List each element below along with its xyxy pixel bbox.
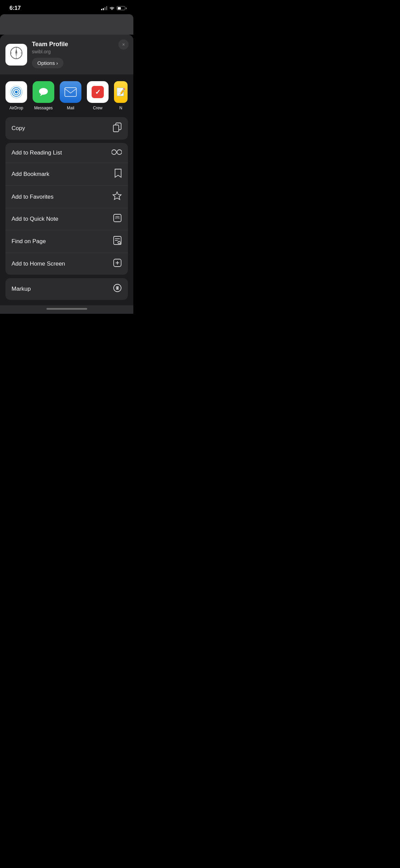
messages-label: Messages (34, 106, 53, 110)
status-icons (101, 5, 127, 11)
add-home-screen-button[interactable]: Add to Home Screen (5, 253, 128, 275)
svg-point-17 (112, 150, 116, 155)
app-item-notes[interactable]: 📝 N (114, 81, 128, 110)
signal-icon (101, 6, 107, 10)
add-reading-list-button[interactable]: Add to Reading List (5, 143, 128, 163)
add-quick-note-label: Add to Quick Note (12, 216, 58, 222)
app-item-messages[interactable]: Messages (33, 81, 54, 110)
share-sheet: Team Profile swibl.org Options › × (0, 35, 133, 314)
reading-list-icon (112, 148, 122, 157)
action-list: Copy Add to Reading List (0, 117, 133, 305)
svg-rect-16 (113, 125, 119, 132)
svg-rect-14 (65, 88, 76, 96)
battery-icon (117, 6, 127, 10)
copy-label: Copy (12, 125, 25, 132)
app-row-container: AirDrop Messages (0, 74, 133, 117)
share-app-icon (5, 44, 27, 66)
notes-icon: 📝 (114, 81, 128, 103)
copy-icon (113, 123, 122, 134)
share-title: Team Profile (32, 41, 128, 48)
share-url: swibl.org (32, 49, 128, 54)
status-bar: 6:17 (0, 0, 133, 14)
crew-icon: ✓ (87, 81, 109, 103)
markup-button[interactable]: Markup (5, 278, 128, 300)
add-quick-note-button[interactable]: Add to Quick Note (5, 208, 128, 230)
svg-point-8 (15, 91, 18, 93)
find-on-page-label: Find on Page (12, 238, 46, 245)
add-bookmark-label: Add Bookmark (12, 171, 50, 178)
add-home-screen-label: Add to Home Screen (12, 260, 65, 267)
markup-group: Markup (5, 278, 128, 300)
markup-label: Markup (12, 286, 31, 292)
share-info: Team Profile swibl.org Options › (32, 41, 128, 68)
quick-note-icon (113, 214, 122, 224)
status-time: 6:17 (9, 5, 21, 12)
svg-point-12 (39, 88, 48, 95)
crew-label: Crew (93, 106, 102, 110)
svg-marker-19 (113, 192, 121, 200)
airdrop-icon (5, 81, 27, 103)
app-item-crew[interactable]: ✓ Crew (87, 81, 109, 110)
svg-point-24 (118, 241, 120, 244)
home-screen-icon (113, 258, 122, 269)
app-item-mail[interactable]: Mail (60, 81, 81, 110)
notes-label: N (119, 106, 122, 110)
markup-icon (113, 284, 122, 294)
app-row: AirDrop Messages (5, 81, 133, 110)
bookmark-icon (114, 168, 122, 180)
favorites-icon (112, 191, 122, 202)
browser-actions-group: Add to Reading List Add Bookmark Ad (5, 143, 128, 275)
background-page (0, 14, 133, 35)
share-header: Team Profile swibl.org Options › × (0, 35, 133, 74)
home-bar (46, 308, 87, 310)
home-indicator (0, 305, 133, 314)
wifi-icon (109, 5, 115, 11)
mail-label: Mail (67, 106, 74, 110)
find-on-page-button[interactable]: Find on Page (5, 230, 128, 253)
close-button[interactable]: × (118, 39, 129, 50)
copy-button[interactable]: Copy (5, 117, 128, 140)
copy-group: Copy (5, 117, 128, 140)
app-item-airdrop[interactable]: AirDrop (5, 81, 27, 110)
find-icon (113, 236, 122, 247)
options-button[interactable]: Options › (32, 58, 63, 68)
mail-icon (60, 81, 81, 103)
svg-marker-2 (15, 48, 17, 53)
add-bookmark-button[interactable]: Add Bookmark (5, 163, 128, 186)
airdrop-label: AirDrop (9, 106, 23, 110)
svg-point-18 (117, 150, 122, 155)
add-favorites-label: Add to Favorites (12, 194, 54, 200)
messages-icon (33, 81, 54, 103)
svg-marker-13 (40, 94, 43, 96)
svg-marker-3 (15, 53, 17, 58)
add-reading-list-label: Add to Reading List (12, 149, 62, 156)
compass-icon (9, 46, 23, 63)
add-favorites-button[interactable]: Add to Favorites (5, 186, 128, 208)
